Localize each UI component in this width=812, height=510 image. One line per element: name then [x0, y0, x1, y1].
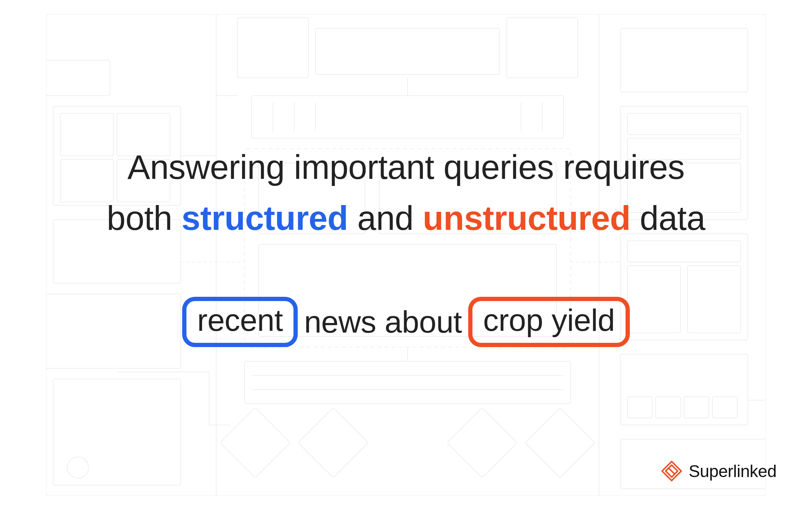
example-structured-box: recent: [182, 297, 298, 347]
example-plain-text: news about: [298, 304, 468, 340]
superlinked-logo-icon: [661, 460, 682, 482]
headline: Answering important queries requires bot…: [107, 142, 705, 244]
brand-name: Superlinked: [689, 461, 777, 481]
headline-line2-suffix: data: [631, 199, 705, 237]
headline-structured-word: structured: [181, 199, 348, 237]
example-query: recent news about crop yield: [182, 297, 629, 347]
headline-line2-mid: and: [348, 199, 423, 237]
example-unstructured-box: crop yield: [468, 297, 630, 347]
slide: Answering important queries requires bot…: [0, 0, 812, 510]
slide-content: Answering important queries requires bot…: [0, 0, 812, 510]
brand: Superlinked: [661, 460, 777, 482]
headline-line1: Answering important queries requires: [127, 148, 684, 186]
headline-line2-prefix: both: [107, 199, 181, 237]
headline-unstructured-word: unstructured: [423, 199, 631, 237]
